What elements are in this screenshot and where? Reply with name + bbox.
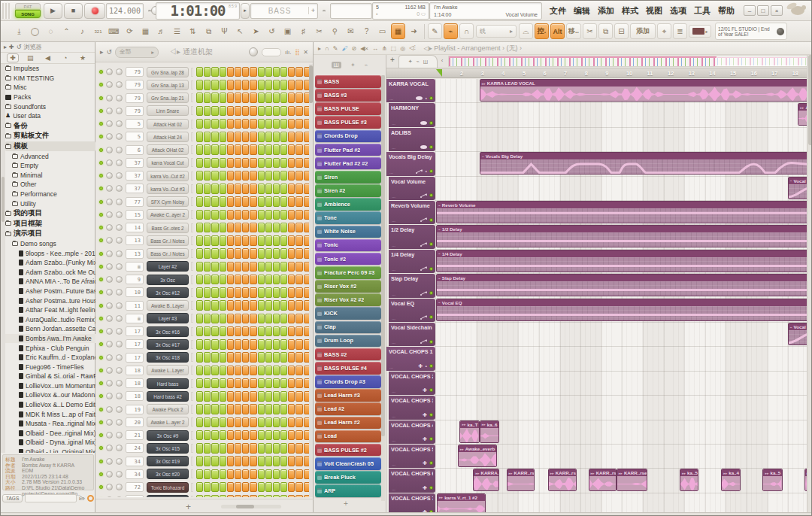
step-cell[interactable]: [250, 171, 256, 181]
step-cell[interactable]: [204, 378, 211, 389]
channel-button[interactable]: Bass Gr..l Notes: [147, 248, 189, 259]
pl-mute-icon[interactable]: ◀×: [360, 45, 368, 52]
step-cell[interactable]: [250, 430, 256, 441]
menu-item-文件[interactable]: 文件: [547, 3, 569, 19]
step-cell[interactable]: [295, 248, 302, 259]
slider-track[interactable]: [148, 10, 151, 12]
step-cell[interactable]: [288, 132, 295, 142]
step-cell[interactable]: [211, 417, 218, 428]
step-cell[interactable]: [288, 339, 295, 350]
search-input[interactable]: [25, 494, 77, 502]
track-header-vocal-chops-3[interactable]: VOCAL CHOPS 3...✚: [389, 396, 435, 419]
channel-volume-knob[interactable]: [116, 250, 123, 257]
step-cell[interactable]: [220, 482, 226, 493]
tree-item[interactable]: Adam Szabo..ock Me Out: [5, 267, 95, 277]
channel-pan-knob[interactable]: [106, 108, 113, 114]
pl-zoom-icon[interactable]: ◎: [400, 45, 405, 52]
channel-target-display[interactable]: 72: [126, 482, 144, 492]
step-cell[interactable]: [211, 67, 218, 77]
step-cell[interactable]: [265, 80, 272, 90]
tree-item[interactable]: Misc: [5, 83, 95, 93]
step-cell[interactable]: [265, 196, 272, 207]
step-cell[interactable]: [295, 106, 302, 117]
channel-button[interactable]: Hard bass: [147, 378, 189, 389]
step-cell[interactable]: [258, 80, 265, 90]
picker-item[interactable]: BASS #3: [315, 89, 381, 102]
step-cell[interactable]: [196, 119, 203, 129]
step-cell[interactable]: [265, 223, 272, 233]
channel-button[interactable]: karra Vo..Cut #2: [147, 171, 189, 181]
step-cell[interactable]: [265, 132, 272, 142]
step-cell[interactable]: [273, 158, 280, 168]
step-cell[interactable]: [295, 300, 302, 311]
channel-enable-led[interactable]: [99, 460, 103, 463]
step-cell[interactable]: [196, 469, 203, 480]
graph-editor-icon[interactable]: ılı.: [285, 49, 291, 56]
step-cell[interactable]: [295, 352, 302, 363]
pl-slip-icon[interactable]: ↔: [372, 45, 378, 52]
channel-target-display[interactable]: 18: [126, 366, 144, 375]
step-cell[interactable]: [235, 275, 241, 285]
channel-button[interactable]: Grv Sna..lap 28: [147, 67, 189, 77]
step-cell[interactable]: [280, 469, 287, 480]
step-cell[interactable]: [288, 469, 295, 480]
channel-pan-knob[interactable]: [106, 147, 113, 153]
step-cell[interactable]: [258, 67, 265, 77]
channel-target-display[interactable]: ≣: [126, 262, 144, 272]
channel-target-display[interactable]: 79: [126, 93, 144, 103]
channel-pan-knob[interactable]: [106, 159, 113, 166]
step-cell[interactable]: [250, 223, 256, 233]
rack-hscrollbar[interactable]: [221, 505, 281, 508]
channel-button[interactable]: 3x Osc #15: [147, 443, 189, 454]
step-cell[interactable]: [235, 210, 241, 220]
rack-menu-icon[interactable]: ▸: [100, 48, 104, 56]
step-cell[interactable]: [242, 171, 249, 181]
step-cell[interactable]: [288, 366, 295, 376]
step-cell[interactable]: [273, 287, 280, 298]
step-cell[interactable]: [242, 417, 249, 428]
step-cell[interactable]: [304, 262, 309, 272]
step-cell[interactable]: [235, 469, 241, 480]
step-cell[interactable]: [288, 495, 295, 497]
channel-pan-knob[interactable]: [106, 496, 113, 497]
tree-item[interactable]: Advanced: [5, 151, 95, 161]
step-cell[interactable]: [280, 235, 287, 246]
picker-patterns-icon[interactable]: Ш: [332, 62, 341, 68]
track-enable-led[interactable]: [429, 486, 433, 490]
channel-button[interactable]: Toxic Biohazard: [147, 482, 189, 493]
step-cell[interactable]: [227, 67, 234, 77]
step-cell[interactable]: [242, 262, 249, 272]
step-cell[interactable]: [220, 132, 226, 142]
step-cell[interactable]: [235, 119, 241, 129]
track-header-vocal-chops-4[interactable]: VOCAL CHOPS 4...✚: [389, 420, 435, 444]
channel-target-display[interactable]: 34: [126, 469, 144, 479]
channel-volume-knob[interactable]: [116, 484, 123, 490]
channel-volume-knob[interactable]: [116, 367, 123, 374]
step-cell[interactable]: [242, 158, 249, 168]
channel-pan-knob[interactable]: [106, 120, 113, 127]
channel-volume-knob[interactable]: [116, 341, 123, 348]
step-cell[interactable]: [280, 132, 287, 142]
channel-volume-knob[interactable]: [116, 393, 123, 399]
step-cell[interactable]: [220, 223, 226, 233]
step-cell[interactable]: [250, 326, 256, 337]
tree-item[interactable]: 9loops - Kee..mple - 2015: [5, 248, 95, 258]
pl-slice-icon[interactable]: ⋔: [382, 45, 387, 52]
typing-keyboard-icon[interactable]: ⌨: [107, 23, 121, 39]
step-cell[interactable]: [288, 275, 295, 285]
step-cell[interactable]: [227, 106, 234, 117]
step-cell[interactable]: [220, 417, 226, 428]
channel-volume-knob[interactable]: [116, 406, 123, 413]
step-cell[interactable]: [227, 171, 234, 181]
channel-pan-knob[interactable]: [106, 199, 113, 205]
play-button[interactable]: ▶: [44, 3, 62, 19]
step-cell[interactable]: [235, 171, 241, 181]
step-cell[interactable]: [304, 430, 309, 441]
channel-volume-knob[interactable]: [116, 432, 123, 439]
step-cell[interactable]: [280, 378, 287, 389]
step-cell[interactable]: [227, 417, 234, 428]
channel-button[interactable]: Linn Snare: [147, 105, 189, 116]
step-cell[interactable]: [288, 482, 295, 493]
channel-enable-led[interactable]: [99, 122, 103, 126]
channel-target-display[interactable]: 17: [126, 339, 144, 349]
